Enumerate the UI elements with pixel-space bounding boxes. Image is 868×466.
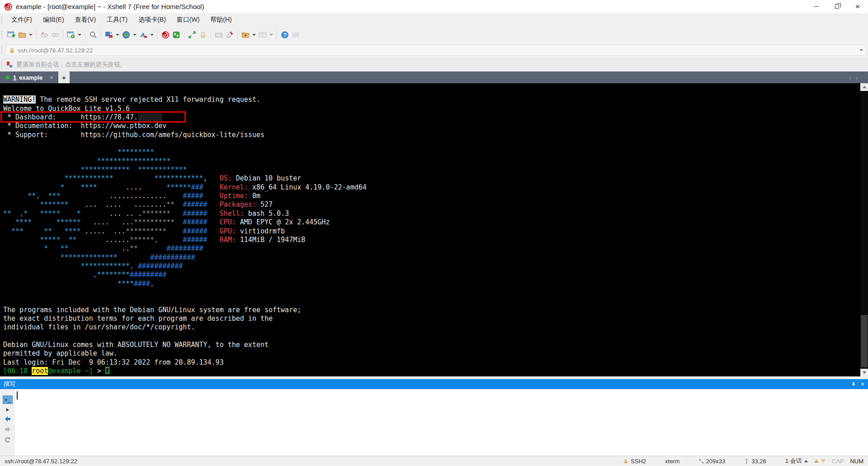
status-sessions[interactable]: 1 会话: [785, 457, 808, 465]
virtual-keyboard-icon[interactable]: [213, 29, 224, 41]
terminal-text: WARNING! The remote SSH server rejected …: [3, 87, 868, 376]
tab-bar: 1 example × + ‹ ›: [0, 71, 868, 83]
menu-tools[interactable]: 工具(T): [101, 14, 133, 26]
send-to-terminal-icon[interactable]: >_: [3, 395, 13, 404]
menu-window[interactable]: 窗口(W): [171, 14, 205, 26]
terminal-scrollbar[interactable]: [860, 83, 868, 376]
scrollbar-up-icon[interactable]: [860, 83, 868, 91]
status-protocol: SSH2: [623, 458, 646, 465]
address-url: ssh://root@78.47.52.129:22: [18, 47, 93, 54]
disconnect-icon[interactable]: [39, 29, 50, 41]
clone-session-icon[interactable]: [104, 29, 114, 41]
status-cursor-pos: 33,26: [744, 458, 766, 465]
menu-help[interactable]: 帮助(H): [205, 14, 237, 26]
compose-header: 撰写 ×: [0, 379, 868, 389]
highlighter-pen-icon[interactable]: [224, 29, 235, 41]
minimize-button[interactable]: [806, 0, 826, 13]
session-properties-dropdown-icon[interactable]: [78, 34, 81, 36]
new-session-icon[interactable]: [6, 29, 17, 41]
tab-label: example: [19, 74, 42, 81]
compose-title: 撰写: [4, 380, 15, 388]
status-resize-icon: [699, 459, 704, 464]
fullscreen-icon[interactable]: [187, 29, 198, 41]
address-dropdown-icon[interactable]: [859, 49, 863, 51]
status-bar: ssh://root@78.47.52.129:22 SSH2 xterm 20…: [0, 456, 868, 466]
compose-pin-icon[interactable]: [851, 381, 856, 387]
menu-view[interactable]: 查看(V): [70, 14, 102, 26]
tab-close-icon[interactable]: ×: [50, 74, 53, 81]
new-folder-dropdown-icon[interactable]: [252, 34, 256, 36]
scrollbar-thumb[interactable]: [861, 315, 868, 367]
status-num: NUM: [850, 458, 863, 465]
status-size: 209x33: [699, 458, 726, 465]
encoding-globe-icon[interactable]: [121, 29, 132, 41]
open-sessions-dropdown-icon[interactable]: [29, 34, 33, 36]
info-hint-text: 要添加当前会话，点击左侧的箭头按钮。: [16, 61, 126, 69]
svg-text:A: A: [140, 32, 145, 38]
compose-input[interactable]: [15, 389, 868, 456]
tab-index: 1: [13, 74, 16, 81]
xshell-logo-icon: [4, 3, 12, 11]
back-arrow-icon[interactable]: [4, 416, 11, 422]
terminal[interactable]: WARNING! The remote SSH server rejected …: [0, 83, 868, 376]
address-bar: ssh://root@78.47.52.129:22: [0, 43, 868, 57]
status-cap: CAP: [832, 458, 844, 465]
restore-button[interactable]: [826, 0, 847, 13]
status-url: ssh://root@78.47.52.129:22: [5, 458, 77, 465]
scrollbar-down-icon[interactable]: [860, 369, 868, 376]
forward-arrow-icon[interactable]: [4, 426, 11, 433]
menu-bar: 文件(F) 编辑(E) 查看(V) 工具(T) 选项卡(B) 窗口(W) 帮助(…: [0, 13, 868, 27]
font-appearance-icon[interactable]: A: [138, 29, 149, 41]
compose-text-cursor: [17, 391, 18, 399]
dashboard-annotation-box: [0, 111, 186, 123]
window-title: example - [root@example] ~ - Xshell 7 (F…: [16, 3, 204, 10]
lock-screen-icon[interactable]: [198, 29, 208, 41]
history-icon[interactable]: [4, 437, 11, 443]
tab-status-dot-icon: [5, 76, 9, 80]
find-icon[interactable]: [88, 29, 99, 41]
info-bar: 要添加当前会话，点击左侧的箭头按钮。: [0, 57, 868, 71]
svg-text:?: ?: [283, 32, 287, 38]
close-button[interactable]: ×: [847, 0, 868, 13]
compose-toolbar: >_: [0, 389, 15, 456]
menu-gripper: [1, 16, 4, 24]
xftp-icon[interactable]: [171, 29, 182, 41]
session-properties-icon[interactable]: [66, 29, 76, 41]
xshell-icon[interactable]: [160, 29, 171, 41]
new-tab-button[interactable]: +: [58, 71, 70, 83]
window-layout-icon[interactable]: [257, 29, 268, 41]
font-dropdown-icon[interactable]: [150, 34, 154, 36]
menu-tab[interactable]: 选项卡(B): [133, 14, 171, 26]
feedback-icon[interactable]: [290, 29, 301, 41]
status-lock-icon: [623, 459, 628, 464]
toolbar-gripper: [1, 31, 4, 39]
info-gripper: [1, 61, 4, 69]
tab-scroll-left-icon[interactable]: ‹: [849, 74, 851, 81]
expand-triangle-icon[interactable]: [6, 408, 9, 412]
open-sessions-folder-icon[interactable]: [17, 29, 28, 41]
encoding-dropdown-icon[interactable]: [133, 34, 137, 36]
compose-close-icon[interactable]: ×: [861, 380, 864, 388]
scroll-down-icon[interactable]: [821, 459, 826, 463]
help-icon[interactable]: ?: [279, 29, 290, 41]
tab-scroll-right-icon[interactable]: ›: [856, 74, 858, 81]
address-lock-icon: [9, 48, 15, 53]
title-bar: example - [root@example] ~ - Xshell 7 (F…: [0, 0, 868, 13]
status-term-type: xterm: [665, 458, 680, 465]
tab-example[interactable]: 1 example ×: [0, 71, 58, 83]
new-folder-icon[interactable]: [240, 29, 251, 41]
reconnect-icon[interactable]: [50, 29, 61, 41]
menu-edit[interactable]: 编辑(E): [38, 14, 70, 26]
scroll-up-icon[interactable]: [814, 459, 819, 463]
clone-session-dropdown-icon[interactable]: [116, 34, 119, 36]
window-layout-dropdown-icon[interactable]: [269, 34, 273, 36]
compose-body: >_: [0, 389, 868, 456]
status-caret-icon: [744, 459, 749, 464]
session-flag-icon[interactable]: [6, 61, 13, 68]
address-gripper: [1, 46, 4, 54]
toolbar: A: [0, 27, 868, 43]
menu-file[interactable]: 文件(F): [6, 14, 38, 26]
sessions-dropdown-icon[interactable]: [804, 460, 808, 462]
address-field[interactable]: ssh://root@78.47.52.129:22: [6, 45, 866, 56]
